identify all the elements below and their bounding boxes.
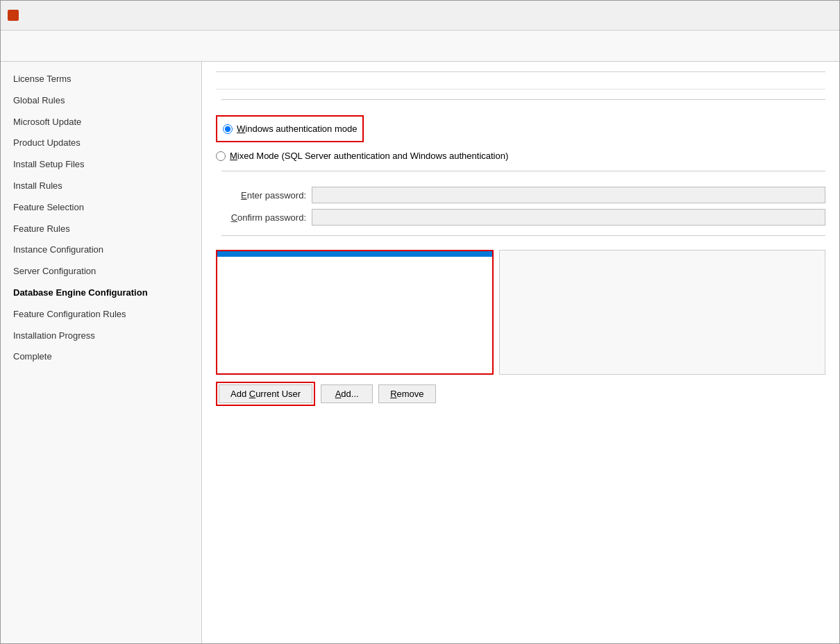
- add-current-user-button[interactable]: Add Current User: [219, 384, 312, 403]
- sidebar-item-install-rules[interactable]: Install Rules: [1, 176, 201, 197]
- enter-password-label: Enter password:: [216, 190, 306, 201]
- remove-button[interactable]: Remove: [378, 384, 435, 403]
- sidebar-item-global-rules[interactable]: Global Rules: [1, 90, 201, 112]
- maximize-button[interactable]: [767, 5, 799, 26]
- main-window: License TermsGlobal RulesMicrosoft Updat…: [0, 0, 840, 644]
- add-current-user-box: Add Current User: [216, 382, 315, 406]
- sidebar-item-install-setup-files[interactable]: Install Setup Files: [1, 154, 201, 176]
- tab-bar: [216, 71, 825, 72]
- sidebar: License TermsGlobal RulesMicrosoft Updat…: [1, 62, 202, 643]
- sidebar-item-instance-configuration[interactable]: Instance Configuration: [1, 239, 201, 261]
- confirm-password-label: Confirm password:: [216, 212, 306, 223]
- admins-label: [216, 235, 825, 246]
- sidebar-item-feature-rules[interactable]: Feature Rules: [1, 219, 201, 240]
- password-section-label-text: [216, 165, 221, 175]
- section-description: [216, 82, 825, 90]
- title-bar-left: [8, 10, 24, 21]
- password-section: Enter password: Confirm password:: [216, 171, 825, 226]
- minimize-button[interactable]: [734, 5, 766, 26]
- app-icon: [8, 10, 19, 21]
- add-button[interactable]: Add...: [321, 384, 373, 403]
- auth-mode-label: [216, 99, 825, 110]
- sidebar-item-feature-selection[interactable]: Feature Selection: [1, 197, 201, 219]
- sidebar-item-feature-configuration-rules[interactable]: Feature Configuration Rules: [1, 304, 201, 325]
- sidebar-item-complete[interactable]: Complete: [1, 346, 201, 368]
- sidebar-item-database-engine-configuration[interactable]: Database Engine Configuration: [1, 282, 201, 304]
- auth-mode-label-text: [216, 94, 221, 104]
- main-content: License TermsGlobal RulesMicrosoft Updat…: [1, 62, 839, 643]
- auth-mode-section: Windows authentication mode Mixed Mode (…: [216, 99, 825, 161]
- enter-password-row: Enter password:: [216, 187, 825, 203]
- sidebar-item-server-configuration[interactable]: Server Configuration: [1, 261, 201, 282]
- mixed-mode-label[interactable]: Mixed Mode (SQL Server authentication an…: [230, 151, 508, 161]
- confirm-password-input[interactable]: [312, 209, 825, 226]
- admin-user-item[interactable]: [217, 251, 492, 257]
- admins-info-box: [499, 250, 825, 375]
- sidebar-item-installation-progress[interactable]: Installation Progress: [1, 325, 201, 347]
- admins-grid: [216, 250, 825, 375]
- buttons-row: Add Current User Add... Remove: [216, 382, 825, 406]
- mixed-mode-radio[interactable]: [216, 151, 226, 161]
- sidebar-item-microsoft-update[interactable]: Microsoft Update: [1, 112, 201, 133]
- windows-auth-label[interactable]: Windows authentication mode: [237, 124, 357, 134]
- content-area: Windows authentication mode Mixed Mode (…: [202, 62, 839, 643]
- windows-auth-box: Windows authentication mode: [216, 115, 364, 142]
- confirm-password-row: Confirm password:: [216, 209, 825, 226]
- admins-section: Add Current User Add... Remove: [216, 235, 825, 406]
- close-button[interactable]: [800, 5, 832, 26]
- mixed-mode-row: Mixed Mode (SQL Server authentication an…: [216, 151, 825, 161]
- sidebar-item-product-updates[interactable]: Product Updates: [1, 133, 201, 154]
- title-bar: [1, 1, 839, 31]
- title-bar-controls: [734, 5, 832, 26]
- windows-auth-row: Windows authentication mode: [223, 124, 357, 134]
- windows-auth-radio[interactable]: [223, 124, 233, 134]
- admins-list-box[interactable]: [216, 250, 494, 375]
- header-section: [1, 31, 839, 62]
- enter-password-input[interactable]: [312, 187, 825, 203]
- sidebar-item-license-terms[interactable]: License Terms: [1, 69, 201, 90]
- password-section-label: [216, 171, 825, 181]
- admins-label-text: [216, 230, 221, 239]
